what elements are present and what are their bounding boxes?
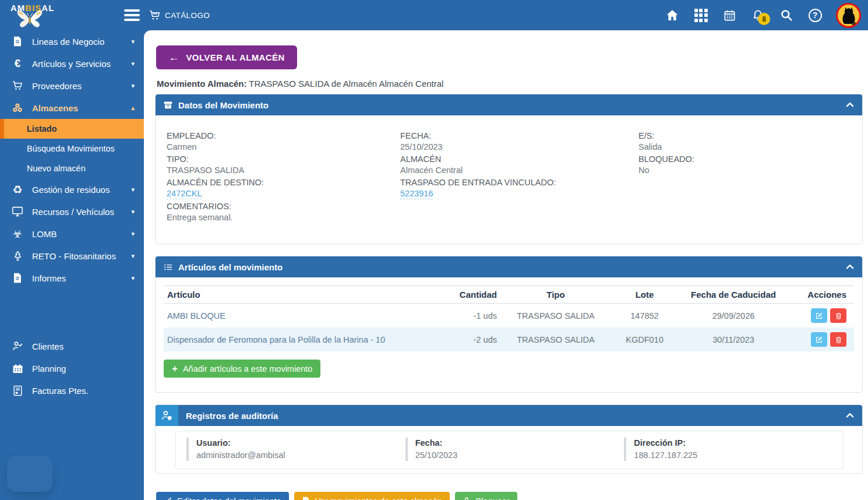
topbar-actions: 8 ?	[665, 0, 861, 30]
sidebar-item-recursos-vehiculos[interactable]: Recursos / Vehículos ▾	[0, 200, 144, 223]
subtitle-label: Movimiento Almacén:	[157, 79, 246, 89]
sidebar-subitem-label: Búsqueda Movimientos	[27, 144, 115, 153]
panel-articulos-movimiento: Artículos del movimiento Artículo Cantid…	[155, 256, 863, 393]
field-label: COMENTARIOS:	[167, 201, 400, 212]
sidebar-footer: Clientes Planning Facturas Ptes.	[0, 335, 144, 402]
pencil-icon	[164, 497, 172, 500]
sidebar-item-lomb[interactable]: ☣ LOMB ▾	[0, 223, 144, 245]
trash-icon	[835, 312, 842, 320]
view-warehouse-movements-button[interactable]: Ver movimientos de este almacén	[294, 492, 450, 500]
edit-icon	[815, 312, 823, 320]
edit-article-button[interactable]	[811, 308, 827, 323]
panel-datos-header[interactable]: Datos del Movimiento	[156, 94, 862, 115]
sidebar-item-label: LOMB	[32, 229, 131, 239]
document-icon	[10, 36, 24, 47]
catalog-label: CATÁLOGO	[165, 11, 210, 20]
sidebar-item-label: Lineas de Negocio	[32, 37, 131, 47]
collapse-chevron-icon[interactable]	[845, 411, 855, 420]
sidebar-item-facturas-ptes[interactable]: Facturas Ptes.	[0, 379, 144, 402]
collapse-chevron-icon[interactable]	[845, 262, 855, 272]
euro-icon: €	[10, 57, 24, 70]
column-header-tipo: Tipo	[500, 286, 611, 304]
field-label: ALMACÉN DE DESTINO:	[167, 177, 400, 188]
apps-grid-icon[interactable]	[693, 8, 708, 23]
sidebar-item-label: Proveedores	[32, 81, 131, 91]
sidebar-subitem-label: Nuevo almacén	[27, 164, 86, 173]
catalog-link[interactable]: CATÁLOGO	[149, 0, 210, 30]
field-label: BLOQUEADO:	[638, 154, 862, 165]
main-area: ← VOLVER AL ALMACÉN Movimiento Almacén: …	[144, 30, 868, 500]
panel-auditoria-header[interactable]: Registros de auditoría	[156, 405, 862, 426]
sidebar-subitem-listado[interactable]: Listado	[0, 119, 144, 139]
field-value: Entrega semanal.	[167, 212, 400, 223]
user-avatar[interactable]	[836, 3, 861, 28]
subtitle-value: TRASPASO SALIDA de Almacén Almacén Centr…	[246, 79, 443, 89]
sidebar-item-almacenes[interactable]: Almacenes ▴	[0, 97, 144, 119]
help-icon[interactable]: ?	[807, 8, 823, 23]
sidebar-item-articulos-y-servicios[interactable]: € Artículos y Servicios ▾	[0, 52, 144, 75]
trash-icon	[835, 336, 842, 344]
cell-articulo: AMBI BLOQUE	[164, 304, 442, 328]
edit-article-button[interactable]	[811, 332, 827, 347]
home-icon[interactable]	[665, 8, 680, 23]
list-icon	[163, 262, 173, 272]
table-row: AMBI BLOQUE -1 uds TRASPASO SALIDA 14785…	[164, 304, 854, 328]
chevron-down-icon: ▾	[131, 252, 135, 260]
field-value: 25/10/2023	[400, 142, 638, 152]
delete-article-button[interactable]	[830, 308, 846, 323]
user-check-icon	[10, 340, 24, 352]
destination-warehouse-link[interactable]: 2472CKL	[167, 189, 202, 199]
cell-lote: 147852	[611, 304, 678, 328]
field-label: TIPO:	[167, 154, 400, 165]
panel-articulos-header[interactable]: Artículos del movimiento	[156, 256, 862, 277]
field-value: No	[638, 165, 862, 175]
chevron-down-icon: ▾	[131, 208, 135, 216]
cell-caducidad: 30/11/2023	[678, 328, 789, 351]
add-articles-button[interactable]: + Añadir artículos a este movimiento	[164, 360, 320, 378]
field-label: FECHA:	[400, 131, 638, 142]
table-header-row: Artículo Cantidad Tipo Lote Fecha de Cad…	[164, 286, 854, 304]
field-label: ALMACÉN	[400, 154, 638, 165]
cell-tipo: TRASPASO SALIDA	[500, 328, 611, 351]
column-header-lote: Lote	[611, 286, 678, 304]
field-label: TRASPASO DE ENTRADA VINCULADO:	[400, 177, 638, 188]
user-shield-icon	[161, 410, 173, 422]
collapse-chevron-icon[interactable]	[845, 100, 855, 110]
sidebar-item-lineas-de-negocio[interactable]: Lineas de Negocio ▾	[0, 30, 144, 52]
sidebar-subitem-busqueda-movimientos[interactable]: Búsqueda Movimientos	[0, 139, 144, 159]
column-header-articulo: Artículo	[164, 286, 442, 304]
calendar-icon[interactable]	[722, 8, 737, 23]
edit-movement-button[interactable]: Editar datos del movimiento	[156, 492, 289, 500]
chevron-down-icon: ▾	[131, 82, 135, 90]
delete-article-button[interactable]	[830, 332, 846, 347]
panel-title: Registros de auditoría	[186, 411, 278, 421]
panel-registros-auditoria: Registros de auditoría Usuario: administ…	[155, 404, 863, 474]
audit-records: Usuario: administrador@ambisal Fecha: 25…	[156, 426, 862, 473]
sidebar-item-informes[interactable]: Informes ▾	[0, 267, 144, 289]
file-icon	[302, 497, 310, 500]
chevron-down-icon: ▾	[131, 230, 135, 238]
logo[interactable]: AMBISAL	[0, 0, 144, 30]
search-icon[interactable]	[779, 8, 794, 23]
field-value: Salida	[638, 142, 862, 152]
back-to-warehouse-button[interactable]: ← VOLVER AL ALMACÉN	[156, 45, 297, 69]
sidebar-item-planning[interactable]: Planning	[0, 357, 144, 379]
block-button[interactable]: Bloquear	[455, 492, 517, 500]
chevron-down-icon: ▾	[131, 60, 135, 68]
cell-cantidad: -2 uds	[442, 328, 500, 351]
sidebar-item-reto-fitosanitarios[interactable]: RETO - Fitosanitarios ▾	[0, 245, 144, 267]
sidebar-item-proveedores[interactable]: Proveedores ▾	[0, 75, 144, 97]
sidebar-item-gestion-de-residuos[interactable]: ♻ Gestión de residuos ▾	[0, 178, 144, 200]
cell-tipo: TRASPASO SALIDA	[500, 304, 611, 328]
audit-ip: Dirección IP: 188.127.187.225	[624, 438, 843, 461]
linked-entry-transfer-link[interactable]: 5223916	[400, 189, 433, 199]
menu-icon[interactable]	[124, 9, 140, 23]
sidebar-item-clientes[interactable]: Clientes	[0, 335, 144, 357]
panel-title: Datos del Movimiento	[178, 100, 269, 110]
field-label: EMPLEADO:	[167, 131, 400, 142]
column-header-acciones: Acciones	[789, 286, 854, 304]
chevron-down-icon: ▾	[131, 186, 135, 193]
bell-icon[interactable]: 8	[750, 8, 765, 23]
sidebar-subitem-nuevo-almacen[interactable]: Nuevo almacén	[0, 159, 144, 178]
plus-icon: +	[172, 364, 178, 374]
